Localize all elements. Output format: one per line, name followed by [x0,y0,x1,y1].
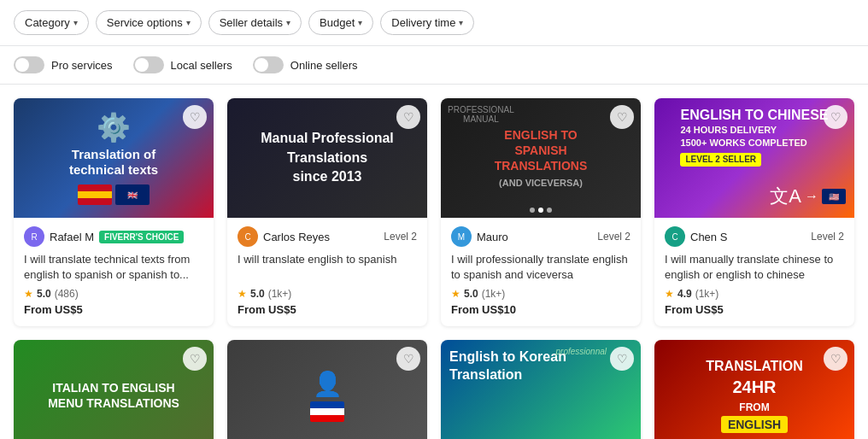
card-image-3: PROFESSIONALMANUAL ENGLISH TO SPANISHTRA… [441,98,641,218]
pro-services-toggle-item: Pro services [14,56,113,73]
flag-cn: 🇺🇸 [822,189,846,204]
rating: ★ 4.9 (1k+) [665,288,844,300]
gig-card-8[interactable]: TRANSLATION 24HR from ENGLISH ♡ [654,340,854,439]
dot [547,208,552,213]
professional-label: PROFESSIONALMANUAL [448,105,514,124]
gig-card-2[interactable]: Manual ProfessionalTranslationssince 201… [227,98,427,326]
card-image-4: ENGLISH TO CHINESE 24 HOURS DELIVERY 150… [654,98,854,218]
gig-title: I will translate technical texts from en… [24,252,203,283]
review-count: (1k+) [695,288,719,300]
seller-details-filter[interactable]: Seller details ▾ [208,10,302,35]
dot-active [538,208,543,213]
star-icon: ★ [451,288,460,300]
online-sellers-toggle[interactable] [253,56,284,73]
slovakia-flag [310,401,344,422]
price: From US$5 [238,303,417,316]
rating: ★ 5.0 (486) [24,288,203,300]
gig-title: I will translate english to spanish [238,252,417,283]
cards-grid: ⚙️ Translation oftechnical texts 🇬🇧 ♡ R … [14,98,854,439]
card-body: R Rafael M FIVERR'S CHOICE I will transl… [14,218,214,326]
seller-info: C Chen S Level 2 [665,226,844,247]
image-dots [530,208,552,213]
toggle-knob [135,58,149,72]
wishlist-button[interactable]: ♡ [396,105,420,129]
gig-card-1[interactable]: ⚙️ Translation oftechnical texts 🇬🇧 ♡ R … [14,98,214,326]
filter-bar: Category ▾ Service options ▾ Seller deta… [0,0,868,46]
chevron-down-icon: ▾ [186,18,191,27]
local-sellers-toggle[interactable] [133,56,164,73]
star-icon: ★ [665,288,674,300]
gig-card-4[interactable]: ENGLISH TO CHINESE 24 HOURS DELIVERY 150… [654,98,854,326]
card-image-6: 👤 ♡ [227,340,427,439]
translate-icon: 文A [770,184,801,209]
review-count: (1k+) [482,288,506,300]
service-options-filter[interactable]: Service options ▾ [96,10,202,35]
gig-card-5[interactable]: ITALIAN TO ENGLISHMENU TRANSLATIONS ♡ [14,340,214,439]
seller-level-badge: Level 2 [384,231,417,243]
seller-info: M Mauro Level 2 [451,226,630,247]
dot [530,208,535,213]
seller-name: Chen S [690,231,727,243]
star-icon: ★ [238,288,247,300]
english-label: ENGLISH [721,416,788,433]
rating-value: 4.9 [677,288,692,300]
toggle-knob [15,58,29,72]
rating-value: 5.0 [37,288,51,300]
rating-value: 5.0 [250,288,265,300]
card-body: C Carlos Reyes Level 2 I will translate … [227,218,427,326]
avatar: M [451,226,472,247]
person-icon: 👤 [310,370,344,398]
gig-card-3[interactable]: PROFESSIONALMANUAL ENGLISH TO SPANISHTRA… [441,98,641,326]
card-overlay-text: ENGLISH TO SPANISHTRANSLATIONS(AND VICEV… [491,127,591,190]
local-sellers-toggle-item: Local sellers [133,56,232,73]
avatar: R [24,226,44,247]
chevron-down-icon: ▾ [286,18,290,27]
seller-level-badge: Level 2 [811,231,844,243]
review-count: (486) [55,288,79,300]
card-image-2: Manual ProfessionalTranslationssince 201… [227,98,427,218]
fiverrs-choice-badge: FIVERR'S CHOICE [99,231,184,243]
seller-name: Carlos Reyes [263,231,330,243]
rating: ★ 5.0 (1k+) [451,288,630,300]
card-image-5: ITALIAN TO ENGLISHMENU TRANSLATIONS ♡ [14,340,214,439]
seller-info: R Rafael M FIVERR'S CHOICE [24,226,203,247]
card-image-1: ⚙️ Translation oftechnical texts 🇬🇧 ♡ [14,98,214,218]
card-body: C Chen S Level 2 I will manually transla… [654,218,854,326]
toggle-knob [255,58,268,72]
wishlist-button[interactable]: ♡ [824,105,847,129]
gig-title: I will professionally translate english … [451,252,630,283]
review-count: (1k+) [268,288,292,300]
budget-filter[interactable]: Budget ▾ [308,10,373,35]
chevron-down-icon: ▾ [459,18,463,27]
online-sellers-toggle-item: Online sellers [253,56,358,73]
chevron-down-icon: ▾ [73,18,78,27]
card-body: M Mauro Level 2 I will professionally tr… [441,218,641,326]
pro-services-label: Pro services [51,59,113,72]
delivery-time-filter[interactable]: Delivery time ▾ [380,10,474,35]
local-sellers-label: Local sellers [171,59,232,72]
seller-info: C Carlos Reyes Level 2 [238,226,417,247]
seller-name: Rafael M [50,231,94,243]
category-filter[interactable]: Category ▾ [14,10,89,35]
gig-card-7[interactable]: English to Korean Translation profession… [441,340,641,439]
wishlist-button[interactable]: ♡ [610,105,634,129]
gear-icon: ⚙️ [69,111,158,143]
online-sellers-label: Online sellers [290,59,358,72]
avatar: C [238,226,258,247]
wishlist-button[interactable]: ♡ [183,105,207,129]
pro-services-toggle[interactable] [14,56,44,73]
seller-name: Mauro [477,231,508,243]
rating: ★ 5.0 (1k+) [238,288,417,300]
card-image-7: English to Korean Translation profession… [441,340,641,439]
rating-value: 5.0 [464,288,478,300]
chevron-down-icon: ▾ [358,18,362,27]
price: From US$5 [665,303,844,316]
star-icon: ★ [24,288,33,300]
toggle-bar: Pro services Local sellers Online seller… [0,46,868,85]
cards-section: ⚙️ Translation oftechnical texts 🇬🇧 ♡ R … [0,85,868,439]
avatar: C [665,226,685,247]
gig-card-6[interactable]: 👤 ♡ [227,340,427,439]
gig-title: I will manually translate chinese to eng… [665,252,844,283]
uk-flag: 🇬🇧 [115,184,150,205]
price: From US$10 [451,303,630,316]
